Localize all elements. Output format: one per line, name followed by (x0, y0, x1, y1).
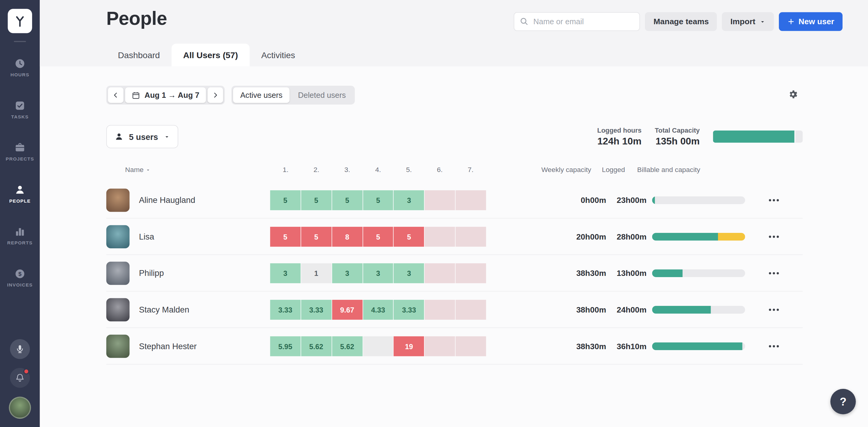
name-column-header[interactable]: Name (125, 166, 151, 174)
avatar[interactable] (106, 335, 130, 358)
day-cell[interactable]: 3 (363, 263, 393, 283)
day-cell[interactable]: 5 (332, 190, 362, 210)
next-week-button[interactable] (208, 88, 223, 103)
current-user-avatar[interactable] (9, 397, 31, 419)
sidebar-item-reports[interactable]: REPORTS (0, 226, 40, 245)
date-range-button[interactable]: Aug 1 → Aug 7 (125, 88, 206, 103)
day-cell[interactable]: 5 (270, 227, 300, 247)
invoices-icon (14, 268, 26, 280)
row-menu-button[interactable] (745, 292, 803, 328)
day-cell[interactable]: 5 (363, 227, 393, 247)
settings-button[interactable] (786, 89, 800, 102)
tab-dashboard[interactable]: Dashboard (106, 43, 172, 66)
day-cell[interactable]: 3 (394, 263, 424, 283)
day-cells: 55553 (270, 190, 486, 210)
day-header: 2. (301, 166, 332, 174)
sidebar-item-projects[interactable]: PROJECTS (0, 142, 40, 161)
deleted-users-tab[interactable]: Deleted users (291, 88, 353, 103)
day-header: 4. (363, 166, 394, 174)
app-window: HOURS TASKS PROJECTS PEOPLE REPORTS INVO… (0, 0, 868, 427)
day-cell[interactable] (456, 300, 486, 320)
day-cell[interactable]: 5.62 (332, 336, 362, 356)
day-cell[interactable]: 3 (332, 263, 362, 283)
day-cell[interactable] (456, 190, 486, 210)
row-menu-button[interactable] (745, 182, 803, 218)
day-cell[interactable]: 3.33 (270, 300, 300, 320)
logged-header: Logged (602, 166, 625, 174)
filter-row: Aug 1 → Aug 7 Active users Deleted users (106, 86, 803, 104)
day-cells: 5.955.625.6219 (270, 336, 486, 356)
person-icon (115, 132, 123, 141)
sidebar-item-label: TASKS (11, 114, 29, 119)
avatar[interactable] (106, 262, 130, 285)
day-cell[interactable]: 3 (270, 263, 300, 283)
day-cell[interactable]: 3.33 (394, 300, 424, 320)
day-cell[interactable]: 9.67 (332, 300, 362, 320)
sidebar-item-label: INVOICES (7, 282, 33, 288)
tasks-icon (14, 100, 26, 111)
day-cell[interactable] (425, 263, 455, 283)
user-name[interactable]: Aline Haugland (139, 182, 195, 218)
active-users-tab[interactable]: Active users (233, 88, 290, 103)
previous-week-button[interactable] (108, 88, 123, 103)
help-button[interactable]: ? (830, 389, 856, 414)
voice-record-button[interactable] (10, 339, 30, 359)
tab-all-users-57[interactable]: All Users (57) (172, 43, 250, 66)
sidebar-item-tasks[interactable]: TASKS (0, 100, 40, 120)
new-user-button[interactable]: New user (779, 12, 842, 31)
day-cell[interactable]: 5.95 (270, 336, 300, 356)
row-menu-button[interactable] (745, 218, 803, 254)
day-cell[interactable]: 5 (301, 190, 331, 210)
search-input[interactable] (514, 12, 640, 31)
new-user-label: New user (799, 17, 834, 26)
clock-icon (14, 58, 26, 69)
sidebar-item-hours[interactable]: HOURS (0, 58, 40, 77)
day-cell[interactable] (425, 227, 455, 247)
avatar[interactable] (106, 225, 130, 248)
day-cell[interactable]: 3.33 (301, 300, 331, 320)
day-cell[interactable] (456, 263, 486, 283)
day-header: 5. (393, 166, 424, 174)
day-header: 7. (455, 166, 486, 174)
day-cell[interactable] (456, 227, 486, 247)
day-cell[interactable] (425, 336, 455, 356)
user-name[interactable]: Lisa (139, 218, 154, 254)
logged-hours-value: 124h 10m (597, 135, 642, 147)
row-menu-button[interactable] (745, 255, 803, 291)
day-cell[interactable]: 1 (301, 263, 331, 283)
user-name[interactable]: Stephan Hester (139, 328, 196, 364)
user-name[interactable]: Stacy Malden (139, 292, 189, 328)
app-logo[interactable] (8, 9, 32, 33)
day-cells: 55855 (270, 227, 486, 247)
day-cell[interactable]: 5 (394, 227, 424, 247)
plus-icon (787, 18, 795, 26)
day-cell[interactable]: 8 (332, 227, 362, 247)
user-name[interactable]: Philipp (139, 255, 164, 291)
day-cell[interactable]: 5 (270, 190, 300, 210)
notifications-button[interactable] (10, 368, 30, 388)
table-header: Name 1.2.3.4.5.6.7. Weekly capacity Logg… (106, 166, 803, 176)
day-cell[interactable] (425, 190, 455, 210)
users-filter-dropdown[interactable]: 5 users (106, 125, 178, 149)
day-cell[interactable]: 5 (363, 190, 393, 210)
day-cell[interactable]: 5.62 (301, 336, 331, 356)
row-menu-button[interactable] (745, 328, 803, 364)
avatar[interactable] (106, 189, 130, 212)
sort-caret-icon (146, 167, 151, 172)
day-cell[interactable] (363, 336, 393, 356)
tab-activities[interactable]: Activities (250, 43, 307, 66)
import-button[interactable]: Import (722, 12, 774, 31)
manage-teams-button[interactable]: Manage teams (645, 12, 717, 31)
sidebar: HOURS TASKS PROJECTS PEOPLE REPORTS INVO… (0, 0, 40, 427)
day-cell[interactable] (456, 336, 486, 356)
day-cell[interactable] (425, 300, 455, 320)
name-header-label: Name (125, 166, 144, 174)
avatar[interactable] (106, 298, 130, 321)
bar-segment (652, 196, 655, 204)
sidebar-item-invoices[interactable]: INVOICES (0, 268, 40, 288)
day-cell[interactable]: 3 (394, 190, 424, 210)
day-cell[interactable]: 19 (394, 336, 424, 356)
day-cell[interactable]: 4.33 (363, 300, 393, 320)
sidebar-item-people[interactable]: PEOPLE (0, 184, 40, 203)
day-cell[interactable]: 5 (301, 227, 331, 247)
